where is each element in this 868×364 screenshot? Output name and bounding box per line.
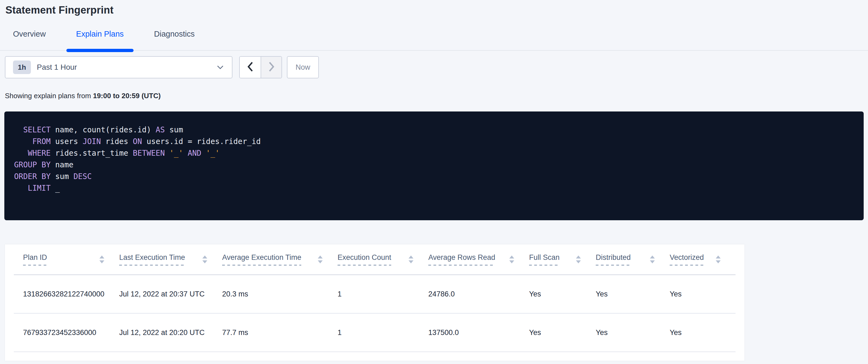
- sort-icon[interactable]: [408, 255, 413, 263]
- sql-text: [14, 149, 28, 158]
- column-header-label: Full Scan: [529, 253, 560, 265]
- sql-text: name: [51, 160, 73, 169]
- sql-keyword: AND: [188, 149, 202, 158]
- sql-text: users.id = rides.rider_id: [142, 137, 260, 146]
- sql-keyword: BETWEEN: [133, 149, 165, 158]
- sql-text: [201, 149, 206, 158]
- cell-average-rows-read: 137500.0: [428, 329, 529, 337]
- sort-icon[interactable]: [203, 255, 207, 263]
- sql-text: name, count(rides.id): [51, 125, 156, 134]
- sql-text: users: [51, 137, 83, 146]
- column-header-label: Average Execution Time: [222, 253, 301, 265]
- cell-last-execution-time: Jul 12, 2022 at 20:20 UTC: [119, 329, 222, 337]
- previous-time-range-button[interactable]: [240, 57, 260, 78]
- table-row: 767933723452336000Jul 12, 2022 at 20:20 …: [14, 313, 736, 352]
- cell-average-execution-time: 77.7 ms: [222, 329, 338, 337]
- explain-plans-table: Plan IDLast Execution TimeAverage Execut…: [5, 244, 744, 361]
- sql-text: sum: [51, 172, 73, 181]
- caption-time-range: 19:00 to 20:59 (UTC): [93, 92, 161, 100]
- chevron-left-icon: [246, 61, 254, 74]
- sort-icon[interactable]: [576, 255, 581, 263]
- sql-literal: '_': [206, 149, 220, 158]
- sql-literal: '_': [169, 149, 183, 158]
- table-header-row: Plan IDLast Execution TimeAverage Execut…: [14, 244, 736, 275]
- sort-icon[interactable]: [509, 255, 514, 263]
- cell-full-scan: Yes: [529, 290, 596, 298]
- table-row: 13182663282122740000Jul 12, 2022 at 20:3…: [14, 275, 736, 313]
- next-time-range-button[interactable]: [260, 57, 281, 78]
- tab-overview[interactable]: Overview: [13, 30, 46, 50]
- sql-text: [14, 125, 23, 134]
- sql-keyword: ON: [133, 137, 142, 146]
- caption-prefix: Showing explain plans from: [5, 92, 93, 100]
- column-header-label: Vectorized: [670, 253, 704, 265]
- column-header-average-rows-read[interactable]: Average Rows Read: [428, 253, 529, 265]
- column-header-execution-count[interactable]: Execution Count: [338, 253, 428, 265]
- time-range-dropdown[interactable]: 1h Past 1 Hour: [5, 56, 232, 78]
- sql-text: [14, 184, 28, 193]
- sort-icon[interactable]: [318, 255, 323, 263]
- tab-explain-plans[interactable]: Explain Plans: [76, 30, 124, 50]
- sql-keyword: AS: [156, 125, 165, 134]
- sql-text: rides: [101, 137, 133, 146]
- column-header-full-scan[interactable]: Full Scan: [529, 253, 596, 265]
- column-header-last-execution-time[interactable]: Last Execution Time: [119, 253, 222, 265]
- cell-vectorized: Yes: [670, 329, 736, 337]
- sql-text: [165, 149, 169, 158]
- tab-bar: Overview Explain Plans Diagnostics: [0, 30, 868, 51]
- column-header-label: Last Execution Time: [119, 253, 185, 265]
- cell-distributed: Yes: [596, 329, 670, 337]
- page-title: Statement Fingerprint: [0, 0, 868, 16]
- time-range-badge: 1h: [13, 60, 31, 74]
- sql-text: _: [51, 184, 60, 193]
- cell-execution-count: 1: [338, 290, 428, 298]
- sql-keyword: LIMIT: [28, 184, 51, 193]
- sql-keyword: WHERE: [28, 149, 51, 158]
- column-header-vectorized[interactable]: Vectorized: [670, 253, 736, 265]
- cell-full-scan: Yes: [529, 329, 596, 337]
- showing-plans-caption: Showing explain plans from 19:00 to 20:5…: [5, 92, 868, 100]
- cell-plan-id: 767933723452336000: [23, 329, 119, 337]
- sql-text: rides.start_time: [51, 149, 133, 158]
- chevron-down-icon: [217, 65, 224, 70]
- sql-statement: SELECT name, count(rides.id) AS sum FROM…: [14, 124, 858, 194]
- sql-text: [14, 137, 32, 146]
- column-header-plan-id[interactable]: Plan ID: [23, 253, 119, 265]
- cell-average-execution-time: 20.3 ms: [222, 290, 338, 298]
- column-header-label: Average Rows Read: [428, 253, 495, 265]
- column-header-average-execution-time[interactable]: Average Execution Time: [222, 253, 338, 265]
- column-header-label: Execution Count: [338, 253, 391, 265]
- column-header-distributed[interactable]: Distributed: [596, 253, 670, 265]
- sql-statement-card: SELECT name, count(rides.id) AS sum FROM…: [4, 111, 864, 220]
- time-picker-row: 1h Past 1 Hour Now: [5, 56, 868, 78]
- sort-icon[interactable]: [99, 255, 104, 263]
- column-header-label: Plan ID: [23, 253, 47, 265]
- cell-last-execution-time: Jul 12, 2022 at 20:37 UTC: [119, 290, 222, 298]
- time-range-arrows: [239, 56, 282, 78]
- table-body: 13182663282122740000Jul 12, 2022 at 20:3…: [14, 275, 736, 352]
- sql-keyword: FROM: [32, 137, 51, 146]
- sql-keyword: SELECT: [23, 125, 51, 134]
- cell-average-rows-read: 24786.0: [428, 290, 529, 298]
- sql-text: sum: [165, 125, 183, 134]
- sql-keyword: DESC: [73, 172, 92, 181]
- sort-icon[interactable]: [716, 255, 721, 263]
- tab-diagnostics[interactable]: Diagnostics: [154, 30, 195, 50]
- chevron-right-icon: [268, 61, 276, 74]
- sql-keyword: GROUP BY: [14, 160, 51, 169]
- sql-text: [183, 149, 188, 158]
- sql-keyword: JOIN: [83, 137, 101, 146]
- sql-keyword: ORDER BY: [14, 172, 51, 181]
- sort-icon[interactable]: [650, 255, 655, 263]
- cell-vectorized: Yes: [670, 290, 736, 298]
- now-button[interactable]: Now: [287, 56, 319, 78]
- cell-plan-id: 13182663282122740000: [23, 290, 119, 298]
- time-range-label: Past 1 Hour: [37, 63, 77, 72]
- cell-distributed: Yes: [596, 290, 670, 298]
- column-header-label: Distributed: [596, 253, 631, 265]
- cell-execution-count: 1: [338, 329, 428, 337]
